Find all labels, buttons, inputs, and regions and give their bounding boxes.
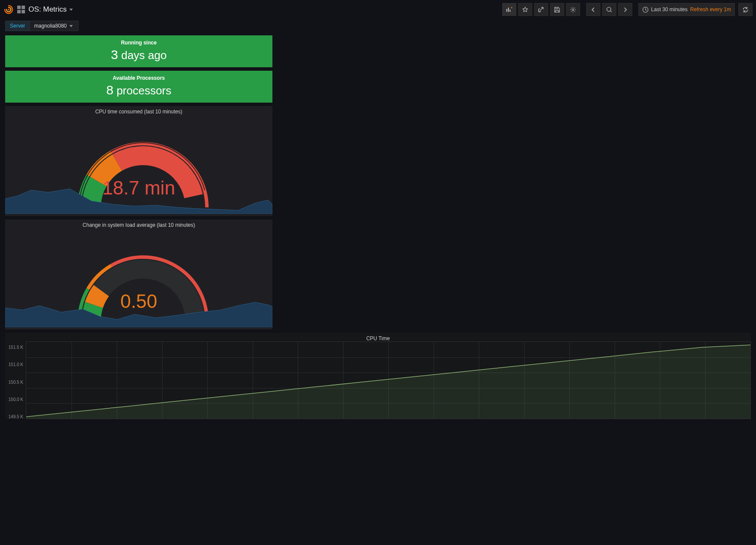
panel-load-avg-gauge[interactable]: Change in system load average (last 10 m… bbox=[5, 219, 272, 329]
panel-title: Change in system load average (last 10 m… bbox=[5, 219, 272, 228]
gauge-value: 18.7 min bbox=[5, 177, 272, 199]
svg-point-2 bbox=[606, 7, 610, 11]
dashboard-grid-icon[interactable] bbox=[17, 6, 25, 13]
panel-cpu-time-chart[interactable]: CPU Time 151.5 K 151.0 K 150.5 K 150.0 K… bbox=[5, 333, 751, 419]
grafana-logo-icon[interactable] bbox=[3, 4, 14, 15]
top-toolbar: OS: Metrics Last 30 minute bbox=[0, 0, 756, 19]
panel-value: 3 days ago bbox=[5, 47, 272, 62]
dashboard-title: OS: Metrics bbox=[28, 5, 67, 14]
template-var-label: Server bbox=[5, 21, 29, 31]
refresh-interval-label: Refresh every 1m bbox=[690, 6, 731, 13]
panel-cpu-time-gauge[interactable]: CPU time consumed (last 10 minutes) bbox=[5, 106, 272, 216]
time-range-picker[interactable]: Last 30 minutes Refresh every 1m bbox=[638, 3, 735, 16]
settings-button[interactable] bbox=[566, 3, 580, 16]
add-panel-button[interactable] bbox=[502, 3, 516, 16]
panel-title: Available Processors bbox=[5, 75, 272, 81]
template-var-server-dropdown[interactable]: magnolia8080 bbox=[29, 21, 78, 31]
dashboard-title-dropdown[interactable]: OS: Metrics bbox=[28, 5, 73, 14]
time-back-button[interactable] bbox=[586, 3, 600, 16]
svg-point-1 bbox=[572, 9, 574, 10]
template-variable-row: Server magnolia8080 bbox=[0, 19, 756, 35]
share-button[interactable] bbox=[534, 3, 548, 16]
chevron-down-icon bbox=[69, 25, 73, 27]
time-forward-button[interactable] bbox=[618, 3, 632, 16]
star-button[interactable] bbox=[518, 3, 532, 16]
zoom-out-button[interactable] bbox=[602, 3, 616, 16]
panel-title: Running since bbox=[5, 40, 272, 46]
panel-title: CPU Time bbox=[5, 333, 751, 341]
panel-title: CPU time consumed (last 10 minutes) bbox=[5, 106, 272, 115]
gauge-value: 0.50 bbox=[5, 291, 272, 312]
panel-running-since[interactable]: Running since 3 days ago bbox=[5, 35, 272, 67]
panel-value: 8 processors bbox=[5, 83, 272, 97]
chart-plot-area[interactable] bbox=[26, 341, 751, 419]
svg-point-0 bbox=[8, 9, 9, 10]
chevron-down-icon bbox=[69, 9, 73, 11]
time-range-label: Last 30 minutes bbox=[651, 6, 688, 13]
panel-available-processors[interactable]: Available Processors 8 processors bbox=[5, 71, 272, 103]
refresh-button[interactable] bbox=[738, 3, 753, 16]
y-axis: 151.5 K 151.0 K 150.5 K 150.0 K 149.5 K bbox=[5, 341, 26, 419]
save-button[interactable] bbox=[550, 3, 564, 16]
template-var-value: magnolia8080 bbox=[34, 23, 66, 29]
